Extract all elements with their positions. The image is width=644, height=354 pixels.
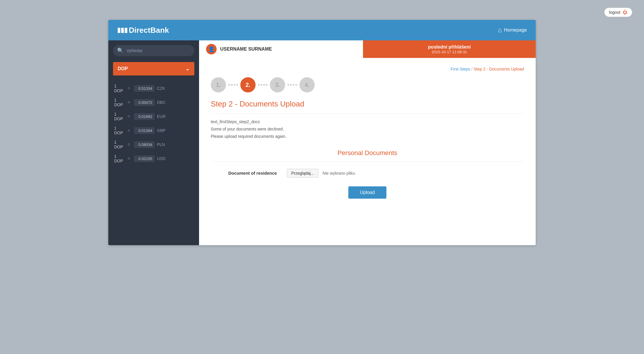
dot — [228, 84, 230, 86]
currency-code: USD — [157, 156, 167, 161]
currency-table: 1 DOP = 0.51334 CZK 1 DOP = 0.00472 DBC … — [113, 81, 194, 166]
username: USERNAME SURNAME — [220, 47, 272, 52]
dot — [258, 84, 260, 86]
main-window: ▮▮▮ DirectBank ⌂ Homepage 🔍 DOP ⌄ 1 DOP … — [108, 20, 536, 245]
currency-code: CZK — [157, 86, 167, 91]
homepage-link[interactable]: ⌂ Homepage — [498, 26, 527, 34]
dot — [287, 84, 289, 86]
page-title: Step 2 - Documents Upload — [211, 99, 524, 114]
search-icon: 🔍 — [117, 47, 124, 54]
sidebar: 🔍 DOP ⌄ 1 DOP = 0.51334 CZK 1 DOP = 0.00… — [108, 40, 199, 245]
description: text_firstSteps_step2_docs Some of your … — [211, 118, 524, 140]
document-label: Document of residence — [228, 171, 287, 176]
dot — [263, 84, 265, 86]
file-input-area: Przeglądaj... Nie wybrano pliku. — [287, 169, 356, 178]
currency-eq: = — [126, 86, 132, 91]
step-dots-3 — [287, 84, 297, 86]
main-content: 👤 USERNAME SURNAME poslední přihlášení 2… — [199, 40, 536, 245]
dot — [266, 84, 268, 86]
currency-row: 1 DOP = 0.08034 PLN — [113, 138, 194, 152]
upload-button[interactable]: Upload — [348, 186, 387, 199]
currency-code: GBP — [157, 128, 167, 133]
currency-value: 0.01892 — [134, 113, 155, 120]
currency-label: 1 DOP — [114, 112, 126, 121]
breadcrumb-separator: / — [471, 67, 472, 71]
browse-button[interactable]: Przeglądaj... — [287, 169, 318, 178]
power-icon: ⏻ — [623, 10, 627, 15]
dot — [236, 84, 238, 86]
home-icon: ⌂ — [498, 26, 501, 34]
currency-label: 1 DOP — [114, 84, 126, 93]
section-title: Personal Documents — [211, 149, 524, 162]
breadcrumb-first-steps[interactable]: First Steps — [451, 67, 470, 71]
logout-label: logout — [609, 10, 620, 15]
dot — [293, 84, 294, 86]
logo-bars-icon: ▮▮▮ — [117, 26, 128, 34]
last-login-panel: poslední přihlášení 2015-10-17 11:08:31 — [363, 40, 536, 58]
step-1-label: 1. — [216, 82, 221, 88]
currency-value: 0.02155 — [134, 155, 155, 162]
currency-code: EUR — [157, 114, 167, 119]
currency-value: 0.08034 — [134, 141, 155, 148]
search-input[interactable] — [126, 48, 190, 53]
description-line3: Please upload required documents again. — [211, 133, 524, 140]
currency-label: 1 DOP — [114, 98, 126, 107]
step-1[interactable]: 1. — [211, 77, 226, 92]
avatar: 👤 — [206, 44, 217, 54]
document-form-row: Document of residence Przeglądaj... Nie … — [211, 169, 524, 178]
dop-label: DOP — [118, 66, 128, 71]
currency-code: PLN — [157, 142, 167, 147]
currency-value: 0.01394 — [134, 127, 155, 134]
currency-value: 0.00472 — [134, 99, 155, 106]
currency-label: 1 DOP — [114, 140, 126, 149]
last-login-label: poslední přihlášení — [428, 44, 471, 50]
currency-eq: = — [126, 100, 132, 105]
no-file-text: Nie wybrano pliku. — [323, 171, 356, 176]
step-3-label: 3. — [275, 82, 280, 88]
logout-button[interactable]: logout ⏻ — [604, 8, 632, 17]
step-dots-1 — [228, 84, 238, 86]
top-bar: logout ⏻ — [6, 6, 638, 19]
user-bar: 👤 USERNAME SURNAME poslední přihlášení 2… — [199, 40, 536, 58]
currency-label: 1 DOP — [114, 126, 126, 135]
app-header: ▮▮▮ DirectBank ⌂ Homepage — [108, 20, 536, 40]
content-area: 🔍 DOP ⌄ 1 DOP = 0.51334 CZK 1 DOP = 0.00… — [108, 40, 536, 245]
currency-row: 1 DOP = 0.02155 USD — [113, 152, 194, 166]
currency-eq: = — [126, 142, 132, 147]
homepage-label: Homepage — [504, 28, 527, 33]
chevron-down-icon: ⌄ — [185, 66, 190, 72]
dot — [261, 84, 262, 86]
dop-dropdown[interactable]: DOP ⌄ — [113, 62, 194, 75]
breadcrumb: First Steps / Step 2 - Documents Upload — [211, 67, 524, 71]
currency-eq: = — [126, 128, 132, 133]
currency-value: 0.51334 — [134, 85, 155, 92]
last-login-date: 2015-10-17 11:08:31 — [432, 50, 467, 54]
app-logo: ▮▮▮ DirectBank — [117, 26, 169, 35]
step-3[interactable]: 3. — [270, 77, 285, 92]
dot — [231, 84, 233, 86]
currency-row: 1 DOP = 0.01394 GBP — [113, 123, 194, 138]
step-2[interactable]: 2. — [240, 77, 256, 92]
dot — [234, 84, 235, 86]
currency-row: 1 DOP = 0.00472 DBC — [113, 95, 194, 109]
page-body: First Steps / Step 2 - Documents Upload … — [199, 58, 536, 245]
dot — [295, 84, 297, 86]
steps-row: 1. 2. — [211, 77, 524, 92]
step-4[interactable]: 4. — [299, 77, 315, 92]
avatar-icon: 👤 — [208, 46, 215, 52]
description-line1: text_firstSteps_step2_docs — [211, 118, 524, 126]
step-4-label: 4. — [305, 82, 310, 88]
currency-row: 1 DOP = 0.01892 EUR — [113, 109, 194, 123]
currency-row: 1 DOP = 0.51334 CZK — [113, 81, 194, 95]
currency-code: DBC — [157, 100, 167, 105]
logo-text: DirectBank — [129, 26, 169, 35]
breadcrumb-current: Step 2 - Documents Upload — [474, 67, 524, 71]
description-line2: Some of your documents were declined. — [211, 126, 524, 133]
step-2-label: 2. — [246, 82, 251, 88]
dot — [290, 84, 292, 86]
currency-eq: = — [126, 156, 132, 161]
upload-btn-row: Upload — [211, 186, 524, 199]
user-info: 👤 USERNAME SURNAME — [199, 40, 363, 58]
step-dots-2 — [258, 84, 268, 86]
currency-label: 1 DOP — [114, 154, 126, 163]
